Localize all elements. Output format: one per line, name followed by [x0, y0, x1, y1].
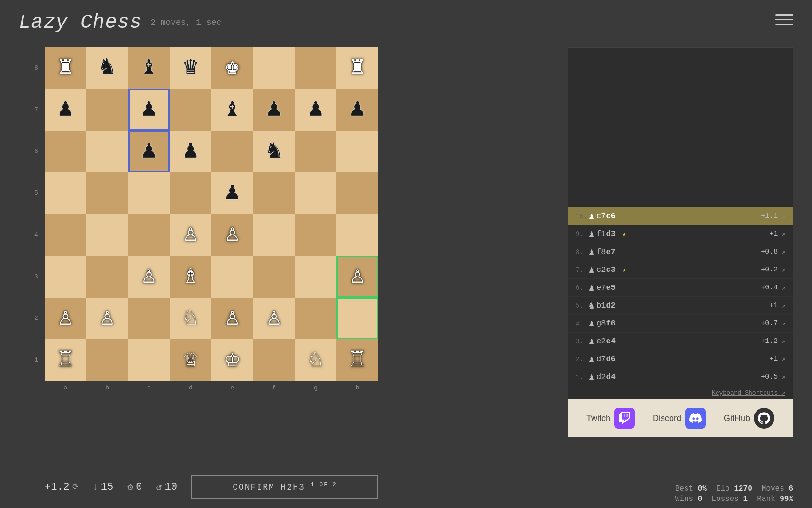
move-link[interactable]: ↗	[781, 284, 785, 292]
cell-c5[interactable]	[128, 172, 170, 214]
cell-g2[interactable]	[295, 298, 337, 340]
move-link[interactable]: ↗	[781, 302, 785, 310]
cell-f4[interactable]	[253, 214, 295, 256]
cell-d3[interactable]: ♗	[170, 256, 211, 298]
cell-d5[interactable]	[170, 172, 211, 214]
file-c: c	[128, 384, 170, 391]
cell-e7[interactable]: ♝	[211, 89, 253, 131]
chess-board[interactable]: ♜ ♞ ♝ ♛ ♚ ♜ ♟ ♟ ♝ ♟ ♟ ♟ ♟ ♟ ♞	[45, 47, 378, 381]
cell-e2[interactable]: ♙	[211, 298, 253, 340]
cell-g7[interactable]: ♟	[295, 89, 337, 131]
move-row-7.[interactable]: 7. ♟ c2c3 ★ +0.2 ↗	[568, 261, 793, 279]
discord-link[interactable]: Discord	[653, 408, 706, 429]
move-score: +0.5	[761, 373, 778, 381]
move-row-5.[interactable]: 5. ♞ b1d2 +1 ↗	[568, 297, 793, 315]
move-row-6.[interactable]: 6. ♟ e7e5 +0.4 ↗	[568, 279, 793, 297]
cell-a2[interactable]: ♙	[45, 298, 86, 340]
cell-b6[interactable]	[86, 131, 128, 173]
cell-e8[interactable]: ♚	[211, 47, 253, 89]
cell-g3[interactable]	[295, 256, 337, 298]
cell-b2[interactable]: ♙	[86, 298, 128, 340]
move-row-9.[interactable]: 9. ♟ f1d3 ★ +1 ↗	[568, 225, 793, 243]
cell-c7[interactable]: ♟	[128, 89, 170, 131]
cell-h1[interactable]: ♖	[336, 339, 378, 381]
move-link[interactable]: ↗	[781, 230, 785, 238]
stats-row-2: Wins 0 Losses 1 Rank 99%	[568, 495, 793, 503]
cell-b1[interactable]	[86, 339, 128, 381]
cell-h2[interactable]	[336, 298, 378, 340]
move-notation: b1d2	[596, 301, 769, 310]
cell-b3[interactable]	[86, 256, 128, 298]
cell-f8[interactable]	[253, 47, 295, 89]
cell-d6[interactable]: ♟	[170, 131, 211, 173]
cell-g4[interactable]	[295, 214, 337, 256]
github-link[interactable]: GitHub	[724, 408, 774, 429]
cell-e4[interactable]: ♙	[211, 214, 253, 256]
cell-d4[interactable]: ♙	[170, 214, 211, 256]
hamburger-line-3	[775, 24, 793, 25]
stats-row-1: Best 0% Elo 1270 Moves 6	[568, 484, 793, 493]
cell-e3[interactable]	[211, 256, 253, 298]
cell-c2[interactable]	[128, 298, 170, 340]
twitch-link[interactable]: Twitch	[586, 408, 635, 429]
cell-a6[interactable]	[45, 131, 86, 173]
move-link[interactable]: ↗	[781, 356, 785, 363]
move-link[interactable]: ↗	[781, 266, 785, 274]
cell-e1[interactable]: ♔	[211, 339, 253, 381]
cell-e6[interactable]	[211, 131, 253, 173]
cell-g1[interactable]: ♘	[295, 339, 337, 381]
cell-h5[interactable]	[336, 172, 378, 214]
cell-h3[interactable]: ♙	[336, 256, 378, 298]
confirm-button[interactable]: CONFIRM H2H3 1 OF 2	[191, 475, 378, 499]
cell-h7[interactable]: ♟	[336, 89, 378, 131]
cell-f2[interactable]: ♙	[253, 298, 295, 340]
move-link[interactable]: ↗	[781, 338, 785, 345]
move-num: 3.	[576, 338, 589, 345]
cell-h8[interactable]: ♜	[336, 47, 378, 89]
cell-c8[interactable]: ♝	[128, 47, 170, 89]
cell-g8[interactable]	[295, 47, 337, 89]
move-link[interactable]: ↗	[781, 248, 785, 256]
move-row-10.[interactable]: 10. ♟ c7c6 +1.1 ↗	[568, 207, 793, 225]
cell-a5[interactable]	[45, 172, 86, 214]
stat-best: Best 0%	[675, 484, 707, 493]
cell-d1[interactable]: ♕	[170, 339, 211, 381]
move-row-2.[interactable]: 2. ♟ d7d6 +1 ↗	[568, 350, 793, 368]
move-row-4.[interactable]: 4. ♟ g8f6 +0.7 ↗	[568, 315, 793, 333]
cell-b8[interactable]: ♞	[86, 47, 128, 89]
menu-button[interactable]	[775, 14, 793, 25]
cell-c6[interactable]: ♟	[128, 131, 170, 173]
cell-g5[interactable]	[295, 172, 337, 214]
cell-e5[interactable]: ♟	[211, 172, 253, 214]
cell-a4[interactable]	[45, 214, 86, 256]
cell-f5[interactable]	[253, 172, 295, 214]
cell-b4[interactable]	[86, 214, 128, 256]
cell-a3[interactable]	[45, 256, 86, 298]
cell-f6[interactable]: ♞	[253, 131, 295, 173]
move-row-1.[interactable]: 1. ♟ d2d4 +0.5 ↗	[568, 368, 793, 386]
cell-d8[interactable]: ♛	[170, 47, 211, 89]
cell-h6[interactable]	[336, 131, 378, 173]
cell-a7[interactable]: ♟	[45, 89, 86, 131]
cell-d7[interactable]	[170, 89, 211, 131]
cell-b5[interactable]	[86, 172, 128, 214]
cell-f7[interactable]: ♟	[253, 89, 295, 131]
cell-g6[interactable]	[295, 131, 337, 173]
cell-a1[interactable]: ♖	[45, 339, 86, 381]
move-row-3.[interactable]: 3. ♟ e2e4 +1.2 ↗	[568, 333, 793, 350]
keyboard-shortcuts-link[interactable]: Keyboard Shortcuts ↗	[568, 386, 793, 399]
cell-c1[interactable]	[128, 339, 170, 381]
cell-a8[interactable]: ♜	[45, 47, 86, 89]
cell-h4[interactable]	[336, 214, 378, 256]
cell-f1[interactable]	[253, 339, 295, 381]
cell-d2[interactable]: ♘	[170, 298, 211, 340]
cell-b7[interactable]	[86, 89, 128, 131]
move-link[interactable]: ↗	[781, 373, 785, 381]
move-row-8.[interactable]: 8. ♟ f8e7 +0.8 ↗	[568, 243, 793, 261]
cell-c3[interactable]: ♙	[128, 256, 170, 298]
cell-c4[interactable]	[128, 214, 170, 256]
cell-f3[interactable]	[253, 256, 295, 298]
move-link[interactable]: ↗	[781, 320, 785, 327]
score-display: +1.2 ⟳	[45, 481, 78, 493]
move-link[interactable]: ↗	[781, 213, 785, 220]
